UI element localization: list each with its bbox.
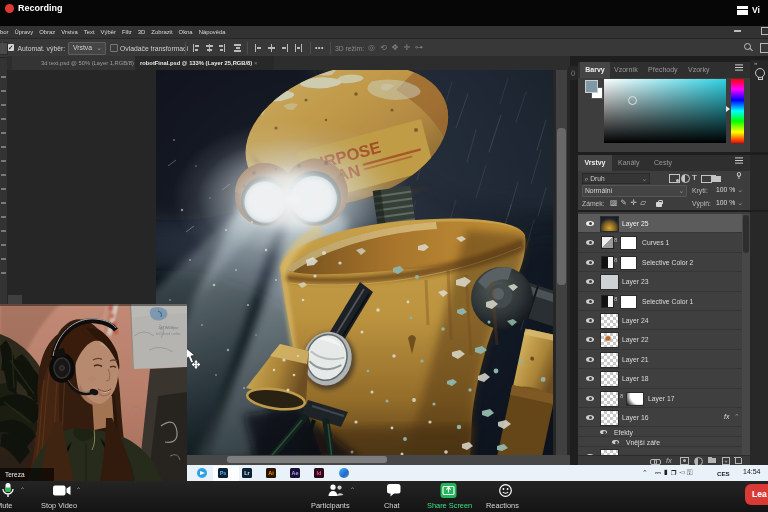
- svg-text:Tereza: Tereza: [5, 471, 25, 478]
